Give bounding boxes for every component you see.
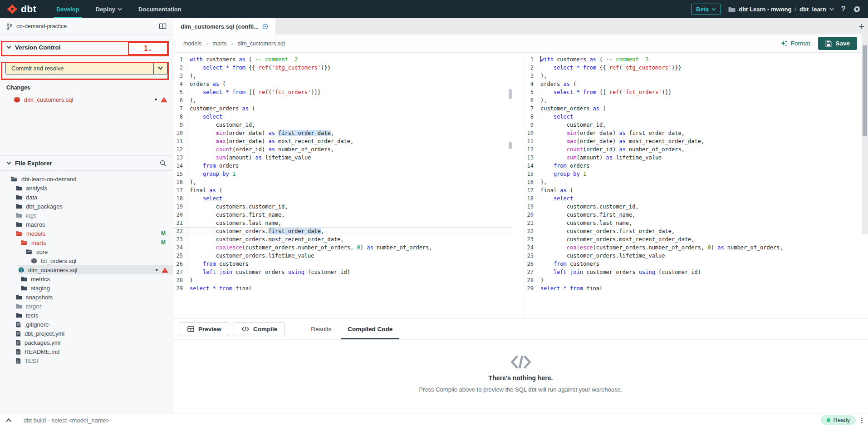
code-line-19[interactable]: 19 customers.customer_id, (524, 203, 868, 211)
code-line-26[interactable]: 26 from customers (524, 260, 868, 268)
code-line-19[interactable]: 19 customers.customer_id, (173, 203, 513, 211)
code-line-8[interactable]: 8 select (524, 113, 868, 121)
preview-button[interactable]: Preview (180, 322, 229, 336)
git-branch-indicator[interactable]: on-demand-practice (0, 18, 173, 35)
changed-file-row[interactable]: dim_customers.sql • (0, 94, 173, 104)
breadcrumb-marts[interactable]: marts (212, 40, 226, 47)
code-line-23[interactable]: 23 customer_orders.most_recent_order_dat… (173, 235, 513, 243)
code-line-24[interactable]: 24 coalesce(customer_orders.number_of_or… (173, 243, 513, 252)
nav-deploy[interactable]: Deploy (88, 0, 130, 18)
tree-item-fct-orders-sql[interactable]: fct_orders.sql (0, 256, 173, 265)
code-line-5[interactable]: 5 select * from {{ ref('fct_orders')}} (173, 88, 513, 96)
tree-item-tests[interactable]: tests (0, 311, 173, 320)
version-control-header[interactable]: Version Control (0, 40, 173, 54)
code-line-3[interactable]: 3), (173, 72, 513, 80)
account-switcher[interactable]: dbt Learn - mwong / dbt_learn (728, 6, 834, 13)
code-line-26[interactable]: 26 from customers (173, 260, 513, 268)
code-line-22[interactable]: 22 customer_orders.first_order_date, (173, 227, 513, 235)
code-line-10[interactable]: 10 min(order_date) as first_order_date, (173, 129, 513, 137)
tree-item--gitignore[interactable]: .gitignore (0, 320, 173, 329)
tree-item-macros[interactable]: macros (0, 220, 173, 229)
code-line-15[interactable]: 15 group by 1 (524, 170, 868, 178)
tree-item-target[interactable]: target (0, 302, 173, 311)
code-line-22[interactable]: 22 customer_orders.first_order_date, (524, 227, 868, 235)
settings-gear-button[interactable] (853, 5, 861, 13)
code-line-28[interactable]: 28) (173, 276, 513, 284)
tree-item-dbt-project-yml[interactable]: dbt_project.yml (0, 329, 173, 338)
tree-item-data[interactable]: data (0, 193, 173, 202)
tab-compiled-code[interactable]: Compiled Code (339, 318, 401, 339)
code-line-2[interactable]: 2 select * from {{ ref('stg_customers')}… (524, 64, 868, 72)
search-icon[interactable] (160, 160, 167, 167)
kebab-menu-button[interactable] (861, 417, 863, 423)
nav-develop[interactable]: Develop (48, 0, 88, 18)
tree-item-snapshots[interactable]: snapshots (0, 293, 173, 302)
code-line-27[interactable]: 27 left join customer_orders using (cust… (524, 268, 868, 276)
code-line-20[interactable]: 20 customers.first_name, (524, 211, 868, 219)
format-button[interactable]: Format (780, 40, 810, 47)
left-pane-scrollbar[interactable] (509, 53, 512, 318)
docs-book-icon[interactable] (159, 23, 167, 30)
editor-scrollbar[interactable] (862, 35, 868, 234)
code-line-15[interactable]: 15 group by 1 (173, 170, 513, 178)
code-line-1[interactable]: 1with customers as ( -- comment 2 (524, 55, 868, 64)
save-button[interactable]: Save (818, 37, 857, 50)
code-line-8[interactable]: 8 select (173, 113, 513, 121)
code-line-25[interactable]: 25 customer_orders.lifetime_value (524, 252, 868, 260)
tree-item-metrics[interactable]: metrics (0, 274, 173, 283)
code-line-9[interactable]: 9 customer_id, (524, 121, 868, 129)
code-line-7[interactable]: 7customer_orders as ( (173, 104, 513, 113)
code-line-16[interactable]: 16), (173, 178, 513, 186)
code-line-3[interactable]: 3), (524, 72, 868, 80)
beta-toggle[interactable]: Beta (691, 4, 721, 15)
code-line-29[interactable]: 29select * from final (173, 284, 513, 293)
code-line-17[interactable]: 17final as ( (173, 186, 513, 194)
code-line-11[interactable]: 11 max(order_date) as most_recent_order_… (524, 137, 868, 145)
code-line-7[interactable]: 7customer_orders as ( (524, 104, 868, 113)
code-pane-right[interactable]: 1with customers as ( -- comment 22 selec… (524, 53, 868, 318)
code-line-9[interactable]: 9 customer_id, (173, 121, 513, 129)
code-line-28[interactable]: 28) (524, 276, 868, 284)
file-explorer-header[interactable]: File Explorer (0, 155, 173, 171)
code-line-20[interactable]: 20 customers.first_name, (173, 211, 513, 219)
tree-item-core[interactable]: core (0, 247, 173, 256)
code-line-29[interactable]: 29select * from final (524, 284, 868, 293)
tree-item-marts[interactable]: martsM (0, 238, 173, 247)
command-input[interactable]: dbt build --select <model_name> (17, 417, 821, 424)
code-pane-left[interactable]: 1with customers as ( -- comment 22 selec… (173, 53, 513, 318)
code-line-10[interactable]: 10 min(order_date) as first_order_date, (524, 129, 868, 137)
code-line-16[interactable]: 16), (524, 178, 868, 186)
code-line-21[interactable]: 21 customers.last_name, (524, 219, 868, 227)
code-line-25[interactable]: 25 customer_orders.lifetime_value (173, 252, 513, 260)
code-line-13[interactable]: 13 sum(amount) as lifetime_value (173, 154, 513, 162)
code-line-6[interactable]: 6), (173, 96, 513, 104)
help-button[interactable]: ? (841, 5, 846, 14)
code-line-5[interactable]: 5 select * from {{ ref('fct_orders')}} (524, 88, 868, 96)
code-line-14[interactable]: 14 from orders (173, 162, 513, 170)
dbt-logo[interactable]: dbt (0, 0, 48, 18)
breadcrumb-file[interactable]: dim_customers.sql (238, 40, 285, 47)
commit-and-resolve-button[interactable]: Commit and resolve (5, 62, 167, 74)
code-line-12[interactable]: 12 count(order_id) as number_of_orders, (524, 145, 868, 154)
tree-item-analysis[interactable]: analysis (0, 184, 173, 193)
tab-results[interactable]: Results (303, 318, 339, 339)
command-bar-expand-button[interactable] (0, 413, 17, 427)
unsaved-indicator-icon[interactable] (262, 24, 268, 30)
tree-item-models[interactable]: modelsM (0, 229, 173, 238)
code-line-14[interactable]: 14 from orders (524, 162, 868, 170)
tree-item-logs[interactable]: logs (0, 211, 173, 220)
code-line-24[interactable]: 24 coalesce(customer_orders.number_of_or… (524, 243, 868, 252)
editor-scrollbar-thumb[interactable] (863, 45, 867, 136)
code-line-23[interactable]: 23 customer_orders.most_recent_order_dat… (524, 235, 868, 243)
code-line-4[interactable]: 4orders as ( (524, 80, 868, 88)
code-line-4[interactable]: 4orders as ( (173, 80, 513, 88)
tree-item-dbt-learn-on-demand[interactable]: dbt-learn-on-demand (0, 174, 173, 184)
code-line-13[interactable]: 13 sum(amount) as lifetime_value (524, 154, 868, 162)
tree-item-staging[interactable]: staging (0, 283, 173, 293)
new-tab-button[interactable] (858, 18, 864, 35)
code-line-1[interactable]: 1with customers as ( -- comment 2 (173, 55, 513, 64)
code-line-2[interactable]: 2 select * from {{ ref('stg_customers')}… (173, 64, 513, 72)
tree-item-dim-customers-sql[interactable]: dim_customers.sql• (18, 265, 173, 274)
tree-item-dbt-packages[interactable]: dbt_packages (0, 202, 173, 211)
nav-documentation[interactable]: Documentation (130, 0, 190, 18)
